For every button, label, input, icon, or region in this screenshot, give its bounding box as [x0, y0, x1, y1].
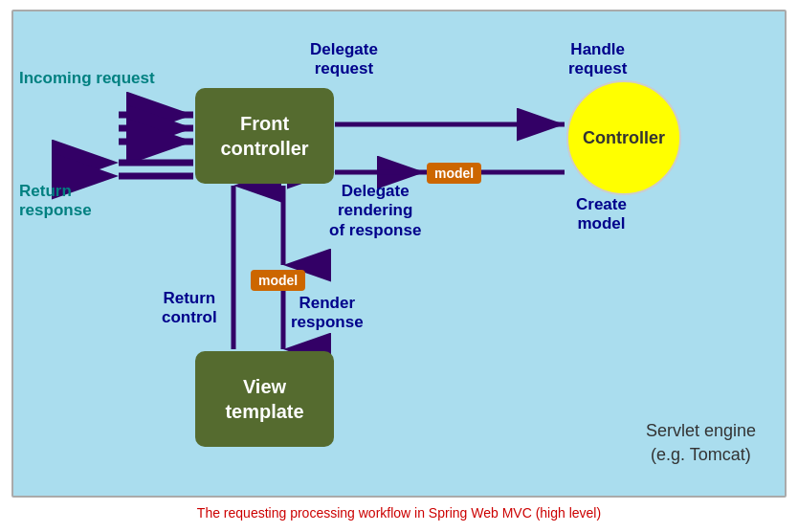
model-badge-2: model — [251, 270, 305, 291]
incoming-request-label: Incoming request — [19, 69, 155, 88]
front-controller-box: Frontcontroller — [195, 88, 334, 184]
render-response-label: Renderresponse — [291, 294, 364, 333]
servlet-engine-label: Servlet engine(e.g. Tomcat) — [646, 419, 756, 467]
return-response-label: Returnresponse — [19, 182, 92, 221]
delegate-request-label: Delegaterequest — [310, 40, 378, 78]
diagram-caption: The requesting processing workflow in Sp… — [11, 505, 787, 521]
return-control-label: Returncontrol — [162, 289, 217, 328]
model-badge-1: model — [427, 163, 481, 184]
handle-request-label: Handlerequest — [568, 40, 627, 78]
diagram-container: Incoming request Returnresponse Delegate… — [11, 10, 787, 498]
view-template-box: Viewtemplate — [195, 351, 334, 447]
delegate-rendering-label: Delegaterenderingof response — [329, 182, 421, 240]
create-model-label: Createmodel — [576, 195, 627, 233]
controller-circle: Controller — [566, 80, 681, 195]
